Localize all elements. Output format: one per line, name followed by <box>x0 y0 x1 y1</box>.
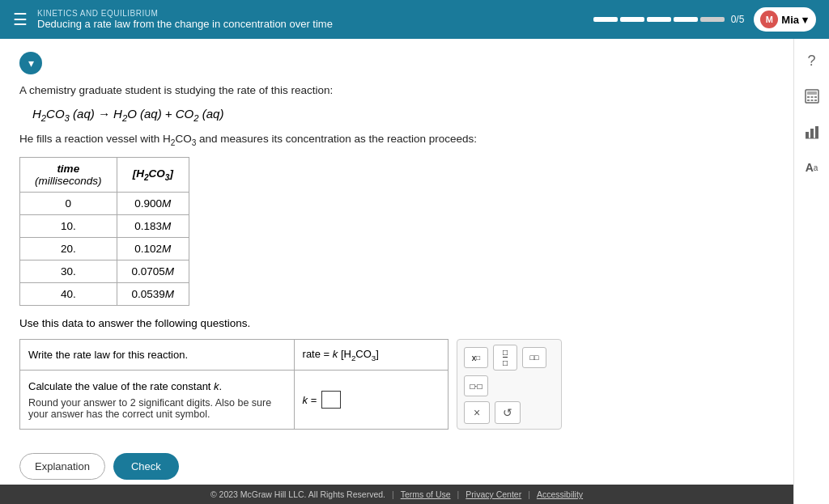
svg-rect-3 <box>810 96 813 98</box>
svg-rect-7 <box>814 100 817 101</box>
table-header-concentration: [H2CO3] <box>117 158 189 193</box>
subscript-superscript-button[interactable]: □□ <box>522 347 546 368</box>
use-data-instruction: Use this data to answer the following qu… <box>19 317 774 329</box>
text-format-icon[interactable]: A a <box>800 155 824 180</box>
progress-segment-1 <box>593 17 618 22</box>
right-sidebar: ? A a <box>793 39 829 504</box>
table-cell-conc-20: 0.102M <box>117 238 189 260</box>
table-cell-time-10: 10. <box>20 215 117 238</box>
answer-row-rate-constant: Calculate the value of the rate constant… <box>20 371 449 430</box>
question-context: He fills a reaction vessel with H2CO3 an… <box>19 131 774 149</box>
reaction-formula: H2CO3 (aq) → H2O (aq) + CO2 (aq) <box>32 107 774 123</box>
progress-segment-5 <box>700 17 725 22</box>
rate-law-label: Write the rate law for this reaction. <box>20 340 295 371</box>
help-icon[interactable]: ? <box>800 49 824 73</box>
user-dropdown-icon: ▾ <box>802 14 808 26</box>
svg-rect-6 <box>810 100 813 101</box>
svg-rect-8 <box>806 132 809 138</box>
top-navigation-bar: ☰ KINETICS AND EQUILIBRIUM Deducing a ra… <box>0 0 829 39</box>
undo-button[interactable]: ↺ <box>495 401 521 424</box>
table-cell-conc-30: 0.0705M <box>117 260 189 283</box>
progress-segment-2 <box>620 17 644 22</box>
answer-table: Write the rate law for this reaction. ra… <box>19 339 449 430</box>
k-value-input[interactable] <box>321 391 341 409</box>
rate-constant-input-cell: k = <box>294 371 448 430</box>
nav-right: 0/5 M Mia ▾ <box>593 7 816 32</box>
rate-constant-label: Calculate the value of the rate constant… <box>28 380 286 392</box>
svg-rect-1 <box>807 91 817 95</box>
user-avatar: M <box>760 11 778 28</box>
answer-row-rate-law: Write the rate law for this reaction. ra… <box>20 340 449 371</box>
footer-sep-1: | <box>392 489 394 499</box>
bottom-action-bar: Explanation Check <box>19 453 179 480</box>
table-row: 0 0.900M <box>20 193 189 215</box>
user-name: Mia <box>781 14 799 26</box>
table-cell-conc-10: 0.183M <box>117 215 189 238</box>
math-toolbar-row-3: × ↺ <box>464 401 555 424</box>
progress-bar-container: 0/5 <box>593 14 745 25</box>
svg-rect-2 <box>807 96 810 98</box>
dot-product-button[interactable]: □·□ <box>464 375 488 396</box>
breadcrumb-title: Deducing a rate law from the change in c… <box>37 18 333 30</box>
progress-segment-3 <box>647 17 671 22</box>
math-toolbar-row-1: x□ □ □ □□ <box>464 345 555 371</box>
progress-segment-4 <box>674 17 698 22</box>
rate-equals-k-label: rate = k [H2CO3] <box>303 348 379 362</box>
rate-input-area: rate = k [H2CO3] <box>303 348 440 362</box>
progress-label: 0/5 <box>731 14 745 25</box>
collapse-arrow-button[interactable]: ▾ <box>19 52 42 74</box>
question-intro: A chemistry graduate student is studying… <box>19 83 774 99</box>
significant-digits-note: Round your answer to 2 significant digit… <box>28 397 286 420</box>
footer-sep-3: | <box>528 489 530 499</box>
math-toolbar-row-2: □·□ <box>464 375 555 396</box>
svg-rect-4 <box>814 96 817 98</box>
breadcrumb: KINETICS AND EQUILIBRIUM Deducing a rate… <box>37 9 333 30</box>
k-equals-label: k = <box>303 394 317 406</box>
progress-segments <box>593 17 725 22</box>
svg-rect-10 <box>815 126 818 138</box>
footer-accessibility-link[interactable]: Accessibility <box>537 489 583 499</box>
table-cell-time-40: 40. <box>20 283 117 306</box>
footer-privacy-link[interactable]: Privacy Center <box>466 489 521 499</box>
content-area: ▾ A chemistry graduate student is studyi… <box>0 39 793 504</box>
table-cell-time-30: 30. <box>20 260 117 283</box>
table-row: 30. 0.0705M <box>20 260 189 283</box>
superscript-button[interactable]: x□ <box>464 347 488 368</box>
answer-section: Write the rate law for this reaction. ra… <box>19 339 774 430</box>
concentration-data-table: time(milliseconds) [H2CO3] 0 0.900M 10. … <box>19 157 189 306</box>
table-cell-time-0: 0 <box>20 193 117 215</box>
table-header-time: time(milliseconds) <box>20 158 117 193</box>
rate-law-input-cell: rate = k [H2CO3] <box>294 340 448 371</box>
footer-copyright: © 2023 McGraw Hill LLC. All Rights Reser… <box>210 489 385 499</box>
footer-sep-2: | <box>457 489 460 499</box>
k-input-area: k = <box>303 391 440 409</box>
hamburger-menu-icon[interactable]: ☰ <box>13 10 28 29</box>
bar-chart-icon[interactable] <box>800 120 824 144</box>
table-cell-conc-0: 0.900M <box>117 193 189 215</box>
breadcrumb-category: KINETICS AND EQUILIBRIUM <box>37 9 333 18</box>
table-cell-time-20: 20. <box>20 238 117 260</box>
table-row: 20. 0.102M <box>20 238 189 260</box>
math-toolbar: x□ □ □ □□ □·□ <box>457 339 562 430</box>
svg-rect-9 <box>810 129 814 138</box>
check-button[interactable]: Check <box>113 453 179 480</box>
data-table-container: time(milliseconds) [H2CO3] 0 0.900M 10. … <box>19 157 774 306</box>
footer-terms-link[interactable]: Terms of Use <box>401 489 451 499</box>
table-row: 10. 0.183M <box>20 215 189 238</box>
user-menu[interactable]: M Mia ▾ <box>754 7 816 32</box>
footer: © 2023 McGraw Hill LLC. All Rights Reser… <box>0 485 793 504</box>
explanation-button[interactable]: Explanation <box>19 453 105 480</box>
main-content-wrapper: ▾ A chemistry graduate student is studyi… <box>0 39 829 504</box>
svg-rect-5 <box>807 100 810 101</box>
table-cell-conc-40: 0.0539M <box>117 283 189 306</box>
nav-left: ☰ KINETICS AND EQUILIBRIUM Deducing a ra… <box>13 9 333 30</box>
rate-constant-label-cell: Calculate the value of the rate constant… <box>20 371 295 430</box>
clear-button[interactable]: × <box>464 401 490 424</box>
table-row: 40. 0.0539M <box>20 283 189 306</box>
calculator-icon[interactable] <box>800 84 824 108</box>
fraction-button[interactable]: □ □ <box>493 345 517 371</box>
